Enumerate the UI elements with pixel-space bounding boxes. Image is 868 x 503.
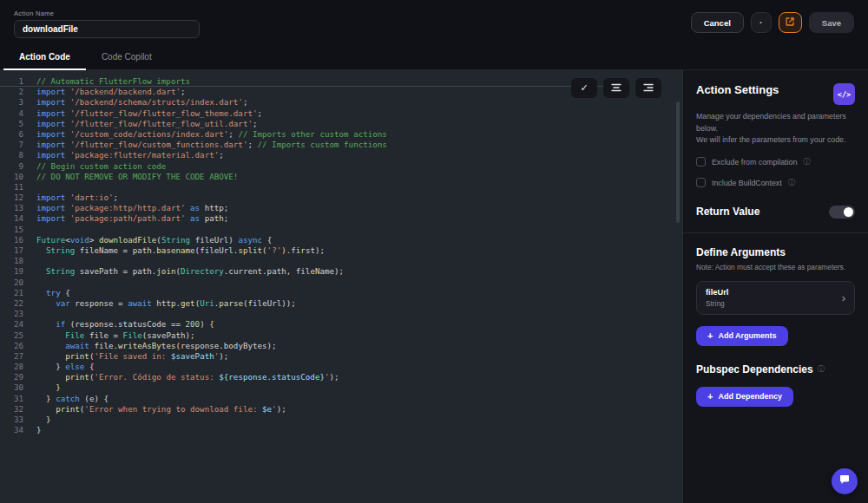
code-line[interactable]: 22 var response = await http.get(Uri.par… (0, 298, 682, 309)
code-line[interactable]: 19 String savePath = path.join(Directory… (0, 266, 682, 277)
line-number: 11 (0, 182, 36, 193)
code-text: // Automatic FlutterFlow imports (36, 76, 190, 86)
line-number: 19 (0, 266, 36, 277)
code-text: } (36, 382, 61, 393)
code-line[interactable]: 15 (0, 225, 682, 235)
code-line[interactable]: 14import 'package:path/path.dart' as pat… (0, 213, 682, 224)
open-in-window-button[interactable] (779, 12, 802, 33)
line-number: 10 (0, 172, 36, 182)
code-line[interactable]: 21 try { (0, 288, 682, 298)
main-content: ✓ 1// Automatic FlutterFlow imports2impo… (0, 70, 868, 503)
info-icon[interactable]: ⓘ (803, 157, 811, 167)
topbar: Action Name Cancel · Save (0, 0, 868, 45)
add-arguments-button[interactable]: + Add Arguments (696, 326, 788, 346)
panel-header: Action Settings </> (696, 83, 855, 105)
check-code-button[interactable]: ✓ (571, 78, 597, 98)
code-line[interactable]: 8import 'package:flutter/material.dart'; (0, 150, 682, 160)
line-number: 18 (0, 256, 36, 266)
code-line[interactable]: 33 } (0, 415, 682, 425)
code-line[interactable]: 12import 'dart:io'; (0, 193, 682, 203)
action-name-field: Action Name (14, 10, 200, 38)
code-text: import '/flutter_flow/flutter_flow_theme… (36, 108, 262, 119)
checkbox-icon[interactable] (696, 157, 706, 167)
cancel-button[interactable]: Cancel (691, 12, 744, 33)
indent-code-button[interactable] (635, 78, 661, 98)
checkbox-exclude-compilation[interactable]: Exclude from compilation ⓘ (696, 157, 855, 167)
code-editor[interactable]: ✓ 1// Automatic FlutterFlow imports2impo… (0, 70, 682, 503)
code-line[interactable]: 5import '/flutter_flow/flutter_flow_util… (0, 119, 682, 129)
format-code-button[interactable] (603, 78, 629, 98)
code-line[interactable]: 11 (0, 182, 682, 193)
code-line[interactable]: 13import 'package:http/http.dart' as htt… (0, 203, 682, 213)
code-text: import '/flutter_flow/flutter_flow_util.… (36, 119, 258, 129)
check-icon: ✓ (580, 82, 588, 94)
save-button[interactable]: Save (809, 12, 854, 33)
code-text: import '/custom_code/actions/index.dart'… (36, 129, 387, 140)
code-text: print('Error when trying to download fil… (36, 404, 286, 415)
tab-action-code[interactable]: Action Code (3, 45, 86, 70)
checkbox-label: Exclude from compilation (712, 158, 797, 167)
line-number: 26 (0, 341, 36, 351)
checkbox-include-buildcontext[interactable]: Include BuildContext ⓘ (696, 178, 855, 188)
code-line[interactable]: 28 } else { (0, 362, 682, 372)
line-number: 20 (0, 278, 36, 288)
code-line[interactable]: 26 await file.writeAsBytes(response.body… (0, 341, 682, 351)
line-number: 5 (0, 119, 36, 129)
add-dependency-button[interactable]: + Add Dependency (696, 387, 793, 407)
line-number: 15 (0, 225, 36, 235)
code-text: print('Error. Código de status: ${respon… (36, 372, 339, 382)
divider (683, 232, 868, 233)
line-number: 32 (0, 404, 36, 415)
code-line[interactable]: 29 print('Error. Código de status: ${res… (0, 372, 682, 382)
support-chat-button[interactable] (832, 468, 858, 494)
tabbar: Action Code Code Copilot (0, 45, 868, 70)
plus-icon: + (707, 392, 713, 402)
checkbox-icon[interactable] (696, 178, 706, 187)
code-line[interactable]: 10// DO NOT REMOVE OR MODIFY THE CODE AB… (0, 172, 682, 182)
code-line[interactable]: 20 (0, 278, 682, 288)
code-line[interactable]: 9// Begin custom action code (0, 161, 682, 172)
line-number: 9 (0, 161, 36, 172)
code-line[interactable]: 1// Automatic FlutterFlow imports (0, 76, 603, 87)
more-options-button[interactable]: · (751, 12, 772, 33)
code-text: import '/backend/schema/structs/index.da… (36, 97, 247, 108)
tab-code-copilot[interactable]: Code Copilot (86, 45, 168, 70)
info-icon[interactable]: ⓘ (818, 364, 825, 375)
code-line[interactable]: 16Future<void> downloadFile(String fileU… (0, 235, 682, 245)
code-text: } (36, 415, 51, 425)
code-line[interactable]: 17 String fileName = path.basename(fileU… (0, 245, 682, 256)
description-line-2: We will infer the parameters from your c… (696, 135, 845, 144)
code-line[interactable]: 34} (0, 425, 682, 435)
code-text: String savePath = path.join(Directory.cu… (36, 266, 344, 277)
code-line[interactable]: 30 } (0, 382, 682, 393)
code-line[interactable]: 6import '/custom_code/actions/index.dart… (0, 129, 682, 140)
code-text: print('File saved in: $savePath'); (36, 351, 228, 362)
code-badge-icon[interactable]: </> (833, 83, 855, 105)
return-value-toggle[interactable] (829, 206, 855, 219)
code-line[interactable]: 4import '/flutter_flow/flutter_flow_them… (0, 108, 682, 119)
code-text: try { (36, 288, 70, 298)
code-line[interactable]: 31 } catch (e) { (0, 394, 682, 404)
code-line[interactable]: 24 if (response.statusCode == 200) { (0, 319, 682, 330)
code-line[interactable]: 25 File file = File(savePath); (0, 330, 682, 341)
info-icon[interactable]: ⓘ (788, 178, 796, 188)
code-text: } else { (36, 362, 94, 372)
define-arguments-note: Note: Action must accept these as parame… (696, 263, 855, 271)
action-settings-panel: Action Settings </> Manage your dependen… (682, 70, 868, 503)
code-line[interactable]: 7import '/flutter_flow/custom_functions.… (0, 140, 682, 150)
code-line[interactable]: 3import '/backend/schema/structs/index.d… (0, 97, 682, 108)
code-line[interactable]: 32 print('Error when trying to download … (0, 404, 682, 415)
argument-card-fileurl[interactable]: fileUrl String › (696, 281, 855, 315)
code-line[interactable]: 18 (0, 256, 682, 266)
return-value-row: Return Value (696, 206, 855, 219)
line-number: 24 (0, 319, 36, 330)
add-dependency-label: Add Dependency (718, 392, 782, 401)
line-number: 30 (0, 382, 36, 393)
code-line[interactable]: 23 (0, 309, 682, 319)
code-text: import 'dart:io'; (36, 193, 118, 203)
code-line[interactable]: 27 print('File saved in: $savePath'); (0, 351, 682, 362)
action-name-input[interactable] (14, 20, 200, 38)
editor-scrollbar[interactable] (676, 101, 680, 223)
code-text: File file = File(savePath); (36, 330, 195, 341)
line-number: 21 (0, 288, 36, 298)
